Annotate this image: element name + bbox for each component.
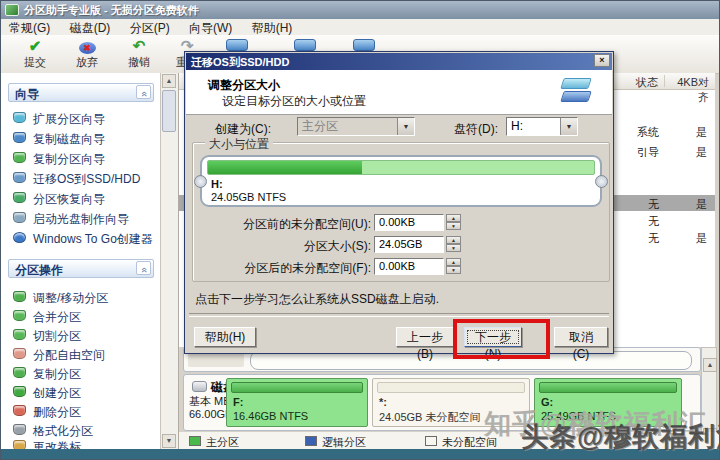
- logical-partition-swatch: [305, 436, 317, 446]
- scroll-down-icon[interactable]: ▼: [162, 434, 176, 448]
- titlebar[interactable]: 分区助手专业版 - 无损分区免费软件: [1, 1, 719, 19]
- disk-icon: [13, 386, 26, 397]
- spin-down-icon[interactable]: ▼: [446, 222, 461, 230]
- sidebar-item-extend-wizard[interactable]: 扩展分区向导: [13, 109, 161, 128]
- operations-panel-header[interactable]: 分区操作 «: [8, 259, 154, 278]
- help-button[interactable]: 帮助(H): [194, 327, 256, 347]
- clone-disk-icon[interactable]: [226, 39, 248, 51]
- sidebar-item-resize-move[interactable]: 调整/移动分区: [13, 288, 161, 307]
- migrate-os-dialog: 迁移OS到SSD/HDD × 调整分区大小 设定目标分区的大小或位置 创建为(C…: [184, 51, 614, 354]
- disk-icon: [13, 329, 26, 340]
- divider: [189, 313, 609, 317]
- sidebar-item-recovery-wizard[interactable]: 分区恢复向导: [13, 189, 161, 208]
- space-before-stepper[interactable]: ▲ ▼: [446, 214, 461, 231]
- spin-down-icon[interactable]: ▼: [446, 266, 461, 274]
- disk-icon: [13, 291, 26, 302]
- partition-size-stepper[interactable]: ▲ ▼: [446, 236, 461, 253]
- partition-usage-strip: [207, 160, 595, 175]
- undo-icon: ↶: [113, 37, 165, 55]
- disk-icon: [13, 132, 26, 143]
- wizards-panel-header[interactable]: 向导 «: [8, 83, 154, 102]
- sidebar: 向导 « 扩展分区向导 复制磁盘向导 复制分区向导 迁移OS到SSD/HDD 分…: [1, 73, 179, 449]
- check-icon: ✔: [9, 37, 61, 55]
- dialog-title: 迁移OS到SSD/HDD: [191, 55, 289, 70]
- disk-icon: [13, 348, 26, 359]
- sidebar-item-windows-to-go[interactable]: Windows To Go创建器: [13, 229, 161, 248]
- partition-block-f[interactable]: F: 16.46GB NTFS: [226, 378, 368, 427]
- spin-up-icon[interactable]: ▲: [446, 258, 461, 266]
- disk-icon: [13, 405, 26, 416]
- disk-icon: [13, 367, 26, 378]
- dialog-titlebar[interactable]: 迁移OS到SSD/HDD: [186, 53, 612, 70]
- sidebar-scrollbar[interactable]: ▲ ▼: [160, 73, 178, 449]
- globe-icon: [13, 232, 26, 243]
- scrollbar-thumb[interactable]: [162, 90, 176, 132]
- disk-icon: [13, 172, 26, 183]
- menubar: 常规(G) 磁盘(D) 分区(P) 向导(W) 帮助(H): [1, 19, 719, 36]
- partition-usage-bar: [539, 382, 677, 393]
- disk-icon: [13, 212, 26, 223]
- scroll-up-icon[interactable]: ▲: [162, 74, 176, 88]
- partition-size-input[interactable]: 24.05GB: [374, 236, 444, 253]
- app-icon: [5, 4, 19, 16]
- size-position-group: 大小与位置 H: 24.05GB NTFS 分区前的未分配空间(U): 0.00…: [192, 142, 610, 282]
- sidebar-item-copy-disk-wizard[interactable]: 复制磁盘向导: [13, 129, 161, 148]
- disk-icon: [13, 112, 26, 123]
- commit-button[interactable]: ✔ 提交: [9, 37, 61, 70]
- partition-usage-bar: [377, 382, 525, 393]
- sidebar-item-allocate-free-space[interactable]: 分配自由空间: [13, 345, 161, 364]
- drive-letter-select[interactable]: H: ▼: [506, 117, 578, 136]
- sidebar-item-boot-cd-wizard[interactable]: 启动光盘制作向导: [13, 209, 161, 228]
- sidebar-item-change-label[interactable]: 更改卷标: [13, 437, 161, 449]
- sidebar-item-merge[interactable]: 合并分区: [13, 307, 161, 326]
- disk1-info: [188, 352, 244, 367]
- dialog-heading: 调整分区大小: [208, 77, 280, 94]
- discard-button[interactable]: ✖ 放弃: [61, 37, 113, 70]
- red-highlight-annotation: [453, 319, 550, 359]
- group-title: 大小与位置: [205, 136, 273, 153]
- spin-down-icon[interactable]: ▼: [446, 244, 461, 252]
- close-icon[interactable]: ×: [594, 54, 610, 67]
- cancel-button[interactable]: 取消(C): [554, 327, 608, 347]
- sidebar-item-delete-partition[interactable]: 删除分区: [13, 402, 161, 421]
- discard-icon: ✖: [61, 37, 113, 55]
- app-window: 分区助手专业版 - 无损分区免费软件 常规(G) 磁盘(D) 分区(P) 向导(…: [0, 0, 720, 460]
- sidebar-item-migrate-os[interactable]: 迁移OS到SSD/HDD: [13, 169, 161, 188]
- dialog-subheading: 设定目标分区的大小或位置: [222, 93, 366, 110]
- sidebar-item-split[interactable]: 切割分区: [13, 326, 161, 345]
- spin-up-icon[interactable]: ▲: [446, 236, 461, 244]
- back-button[interactable]: 上一步(B): [396, 327, 454, 347]
- disk-icon: [13, 152, 26, 163]
- disk-icon: [13, 440, 26, 449]
- space-after-stepper[interactable]: ▲ ▼: [446, 258, 461, 275]
- dialog-note: 点击下一步学习怎么让系统从SSD磁盘上启动.: [195, 291, 439, 308]
- window-title: 分区助手专业版 - 无损分区免费软件: [24, 3, 199, 18]
- spin-up-icon[interactable]: ▲: [446, 214, 461, 222]
- partition-resize-bar[interactable]: H: 24.05GB NTFS: [200, 155, 602, 207]
- disk-icon: [13, 424, 26, 435]
- disk-icon: [192, 381, 207, 392]
- undo-button[interactable]: ↶ 撤销: [113, 37, 165, 70]
- sidebar-item-create-partition[interactable]: 创建分区: [13, 383, 161, 402]
- dialog-header: 调整分区大小 设定目标分区的大小或位置: [186, 70, 612, 115]
- watermark-toutiao: 头条@穆软福利汇: [521, 419, 720, 455]
- collapse-up-icon[interactable]: «: [136, 85, 151, 99]
- chevron-down-icon[interactable]: ▼: [560, 118, 577, 135]
- collapse-up-icon[interactable]: «: [136, 261, 151, 275]
- disk-icon: [13, 192, 26, 203]
- scroll-up-icon[interactable]: ▲: [703, 358, 717, 372]
- partition-usage-bar: [231, 382, 363, 393]
- space-after-input[interactable]: 0.00KB: [374, 258, 444, 275]
- sidebar-item-copy-partition-wizard[interactable]: 复制分区向导: [13, 149, 161, 168]
- migrate-os-icon[interactable]: [294, 39, 316, 51]
- space-before-input[interactable]: 0.00KB: [374, 214, 444, 231]
- disk-tool-icon[interactable]: [353, 39, 375, 51]
- column-4kb-align[interactable]: 4KB对齐: [667, 75, 709, 105]
- resize-handle-left[interactable]: [194, 175, 207, 188]
- chevron-down-icon[interactable]: ▼: [397, 118, 414, 135]
- disk-icon: [13, 310, 26, 321]
- sidebar-item-copy-partition[interactable]: 复制分区: [13, 364, 161, 383]
- primary-partition-swatch: [189, 436, 201, 446]
- resize-handle-right[interactable]: [595, 175, 608, 188]
- create-as-select[interactable]: 主分区 ▼: [297, 117, 415, 136]
